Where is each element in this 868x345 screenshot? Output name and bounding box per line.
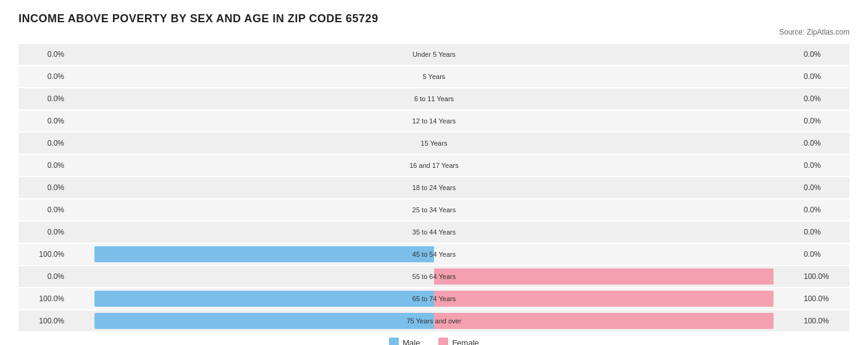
left-value-label: 0.0% — [19, 272, 68, 281]
right-value-label: 0.0% — [800, 72, 849, 81]
bar-row: 0.0% 25 to 34 Years 0.0% — [19, 199, 849, 220]
bar-row: 0.0% 12 to 14 Years 0.0% — [19, 110, 849, 131]
male-label: Male — [403, 338, 420, 346]
legend-female: Female — [438, 338, 478, 345]
male-bar — [94, 313, 434, 329]
bar-container: 45 to 54 Years — [68, 244, 800, 265]
chart-area: 0.0% Under 5 Years 0.0% 0.0% 5 Years 0.0… — [19, 44, 849, 331]
bar-container: 75 Years and over — [68, 310, 800, 331]
left-value-label: 0.0% — [19, 161, 68, 170]
bar-container: 65 to 74 Years — [68, 288, 800, 309]
center-label: 45 to 54 Years — [412, 251, 456, 258]
right-value-label: 100.0% — [800, 294, 849, 303]
bar-container: 12 to 14 Years — [68, 110, 800, 131]
left-value-label: 100.0% — [19, 317, 68, 325]
male-color-box — [389, 338, 399, 345]
center-label: 15 Years — [421, 139, 448, 147]
left-value-label: 0.0% — [19, 94, 68, 103]
bar-row: 0.0% 55 to 64 Years 100.0% — [19, 266, 849, 287]
female-bar — [434, 313, 774, 329]
right-value-label: 0.0% — [800, 250, 849, 259]
bar-container: 18 to 24 Years — [68, 177, 800, 198]
bar-row: 0.0% Under 5 Years 0.0% — [19, 44, 849, 65]
center-label: 6 to 11 Years — [414, 95, 454, 102]
left-value-label: 100.0% — [19, 250, 68, 259]
bar-row: 100.0% 65 to 74 Years 100.0% — [19, 288, 849, 309]
legend: Male Female — [19, 338, 849, 345]
right-value-label: 0.0% — [800, 183, 849, 192]
left-value-label: 0.0% — [19, 183, 68, 192]
left-value-label: 0.0% — [19, 139, 68, 148]
left-value-label: 0.0% — [19, 50, 68, 59]
source-label: Source: ZipAtlas.com — [19, 28, 849, 36]
center-label: 55 to 64 Years — [412, 273, 456, 280]
bar-row: 0.0% 16 and 17 Years 0.0% — [19, 155, 849, 176]
bar-row: 0.0% 15 Years 0.0% — [19, 133, 849, 154]
center-label: 12 to 14 Years — [412, 117, 456, 125]
bar-row: 0.0% 6 to 11 Years 0.0% — [19, 88, 849, 109]
female-bar — [434, 291, 774, 307]
left-value-label: 0.0% — [19, 72, 68, 81]
right-value-label: 100.0% — [800, 317, 849, 325]
male-bar — [94, 246, 434, 262]
bar-row: 0.0% 35 to 44 Years 0.0% — [19, 222, 849, 243]
right-value-label: 0.0% — [800, 161, 849, 170]
right-value-label: 0.0% — [800, 50, 849, 59]
legend-male: Male — [389, 338, 420, 345]
center-label: 5 Years — [423, 73, 446, 80]
right-value-label: 0.0% — [800, 206, 849, 214]
left-value-label: 0.0% — [19, 117, 68, 125]
left-value-label: 0.0% — [19, 206, 68, 214]
center-label: 65 to 74 Years — [412, 295, 456, 302]
center-label: 16 and 17 Years — [409, 162, 459, 169]
right-value-label: 0.0% — [800, 117, 849, 125]
bar-container: Under 5 Years — [68, 44, 800, 65]
bar-container: 55 to 64 Years — [68, 266, 800, 287]
bar-row: 100.0% 45 to 54 Years 0.0% — [19, 244, 849, 265]
bar-container: 25 to 34 Years — [68, 199, 800, 220]
female-bar — [434, 268, 774, 285]
bar-container: 35 to 44 Years — [68, 222, 800, 243]
center-label: 18 to 24 Years — [412, 184, 456, 191]
right-value-label: 0.0% — [800, 94, 849, 103]
left-value-label: 0.0% — [19, 228, 68, 236]
bar-row: 0.0% 18 to 24 Years 0.0% — [19, 177, 849, 198]
center-label: 25 to 34 Years — [412, 206, 456, 214]
bar-container: 16 and 17 Years — [68, 155, 800, 176]
right-value-label: 0.0% — [800, 228, 849, 236]
male-bar — [94, 291, 434, 307]
female-label: Female — [452, 338, 478, 346]
bar-container: 6 to 11 Years — [68, 88, 800, 109]
bar-container: 5 Years — [68, 66, 800, 87]
female-color-box — [438, 338, 448, 345]
bar-container: 15 Years — [68, 133, 800, 154]
bar-row: 0.0% 5 Years 0.0% — [19, 66, 849, 87]
left-value-label: 100.0% — [19, 294, 68, 303]
right-value-label: 0.0% — [800, 139, 849, 148]
right-value-label: 100.0% — [800, 272, 849, 281]
chart-title: INCOME ABOVE POVERTY BY SEX AND AGE IN Z… — [19, 12, 849, 25]
bar-row: 100.0% 75 Years and over 100.0% — [19, 310, 849, 331]
center-label: 35 to 44 Years — [412, 228, 456, 236]
center-label: 75 Years and over — [407, 317, 462, 325]
center-label: Under 5 Years — [412, 51, 456, 58]
